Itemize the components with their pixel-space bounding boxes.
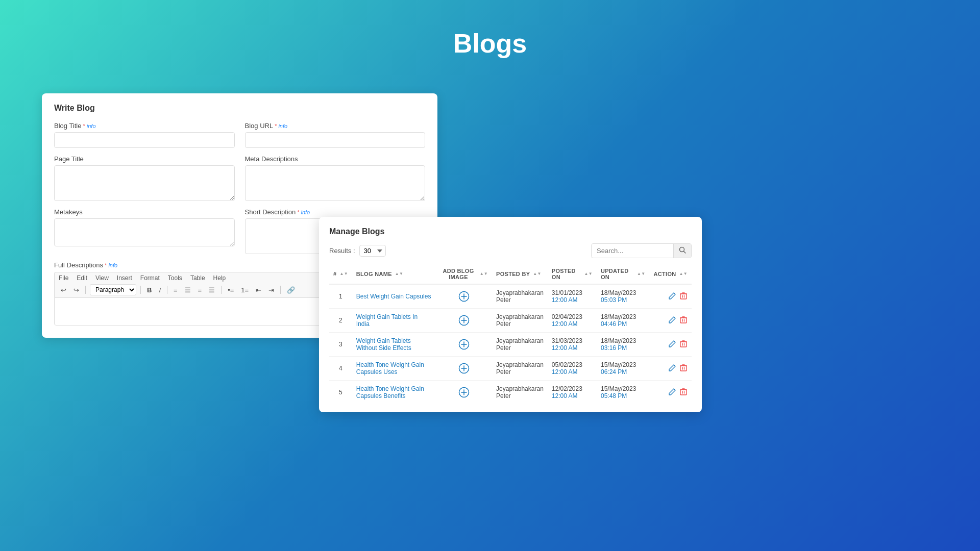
col-num: # ▲▼ [329,264,352,284]
blog-link[interactable]: Weight Gain Tablets In India [356,313,418,328]
blog-url-input[interactable] [245,132,426,148]
search-button[interactable] [673,244,691,258]
blog-title-input[interactable] [54,132,235,148]
align-center-button[interactable]: ☰ [183,285,193,295]
meta-desc-input[interactable] [245,165,426,201]
delete-icon [679,388,688,396]
menu-tools[interactable]: Tools [168,274,182,282]
blog-url-group: Blog URL * info [245,122,426,148]
row-num: 1 [329,284,352,309]
indent-button[interactable]: ⇥ [266,285,276,295]
row-action [650,357,692,381]
blog-title-label: Blog Title * info [54,122,235,130]
col-action: ACTION ▲▼ [650,264,692,284]
blog-link[interactable]: Health Tone Weight Gain Capsules Benefit… [356,385,424,399]
row-updated-on: 18/May/2023 05:03 PM [597,284,650,309]
row-posted-by: Jeyaprabhakaran Peter [492,284,548,309]
plus-circle-icon [458,291,470,302]
row-posted-on: 05/02/2023 12:00 AM [548,357,597,381]
table-row: 4 Health Tone Weight Gain Capsules Uses … [329,357,692,381]
page-title-group: Page Title [54,155,235,201]
toolbar-sep-1 [85,286,86,294]
edit-button[interactable] [668,364,676,373]
metakeys-input[interactable] [54,218,235,246]
bullet-list-button[interactable]: •≡ [226,285,236,295]
blog-link[interactable]: Best Weight Gain Capsules [356,293,431,300]
menu-table[interactable]: Table [190,274,205,282]
sort-num[interactable]: ▲▼ [339,272,348,276]
sort-postedon[interactable]: ▲▼ [584,272,593,276]
blog-link[interactable]: Weight Gain Tablets Without Side Effects [356,337,411,352]
paragraph-select[interactable]: Paragraph Heading 1 Heading 2 [90,284,136,295]
sort-image[interactable]: ▲▼ [480,272,488,276]
metakeys-group: Metakeys [54,208,235,254]
menu-format[interactable]: Format [140,274,160,282]
edit-button[interactable] [668,292,676,302]
menu-view[interactable]: View [95,274,109,282]
blog-title-required: * [83,123,85,129]
edit-button[interactable] [668,388,676,397]
row-action [650,381,692,405]
results-select[interactable]: 30 10 20 50 100 [359,245,386,257]
delete-button[interactable] [679,388,688,397]
menu-help[interactable]: Help [213,274,226,282]
sort-blogname[interactable]: ▲▼ [395,272,403,276]
page-title-input[interactable] [54,165,235,201]
toolbar-sep-3 [167,286,167,294]
plus-circle-icon [458,363,470,374]
page-title-label: Page Title [54,155,235,163]
short-desc-label: Short Description * info [245,208,426,216]
redo-button[interactable]: ↪ [71,285,81,295]
align-left-button[interactable]: ≡ [172,285,180,295]
blog-title-info: info [87,123,96,129]
edit-icon [668,364,676,372]
col-posted-by: POSTED BY ▲▼ [492,264,548,284]
col-add-image: ADD BLOG IMAGE ▲▼ [436,264,492,284]
row-posted-by: Jeyaprabhakaran Peter [492,357,548,381]
row-blogname: Best Weight Gain Capsules [352,284,436,309]
ordered-list-button[interactable]: 1≡ [239,285,251,295]
outdent-button[interactable]: ⇤ [254,285,263,295]
row-add-image [436,357,492,381]
blog-link[interactable]: Health Tone Weight Gain Capsules Uses [356,361,424,375]
manage-blogs-panel: Manage Blogs Results : 30 10 20 50 100 [319,217,702,412]
sort-action[interactable]: ▲▼ [679,272,688,276]
svg-rect-21 [680,342,687,347]
sort-updatedon[interactable]: ▲▼ [637,272,645,276]
delete-button[interactable] [679,292,688,302]
table-row: 2 Weight Gain Tablets In India Jeyaprabh… [329,309,692,333]
link-button[interactable]: 🔗 [285,285,297,295]
delete-button[interactable] [679,364,688,373]
menu-insert[interactable]: Insert [117,274,132,282]
bold-button[interactable]: B [145,285,154,295]
blog-title-group: Blog Title * info [54,122,235,148]
menu-edit[interactable]: Edit [77,274,87,282]
delete-button[interactable] [679,316,688,325]
col-blogname: BLOG NAME ▲▼ [352,264,436,284]
add-image-button[interactable] [440,315,488,326]
row-num: 5 [329,381,352,405]
edit-button[interactable] [668,340,676,349]
add-image-button[interactable] [440,387,488,398]
italic-button[interactable]: I [157,285,163,295]
blog-url-label: Blog URL * info [245,122,426,130]
add-image-button[interactable] [440,291,488,302]
sort-postedby[interactable]: ▲▼ [533,272,541,276]
svg-rect-13 [680,318,687,323]
delete-icon [679,292,688,300]
row-blogname: Health Tone Weight Gain Capsules Benefit… [352,381,436,405]
edit-button[interactable] [668,316,676,325]
search-input[interactable] [592,244,673,257]
row-updated-on: 15/May/2023 06:24 PM [597,357,650,381]
write-blog-title: Write Blog [54,104,425,113]
edit-icon [668,388,676,396]
undo-button[interactable]: ↩ [59,285,68,295]
menu-file[interactable]: File [59,274,68,282]
row-action [650,309,692,333]
align-right-button[interactable]: ≡ [196,285,204,295]
add-image-button[interactable] [440,339,488,350]
justify-button[interactable]: ☰ [207,285,217,295]
add-image-button[interactable] [440,363,488,374]
delete-button[interactable] [679,340,688,349]
page-title: Blogs [0,0,980,74]
